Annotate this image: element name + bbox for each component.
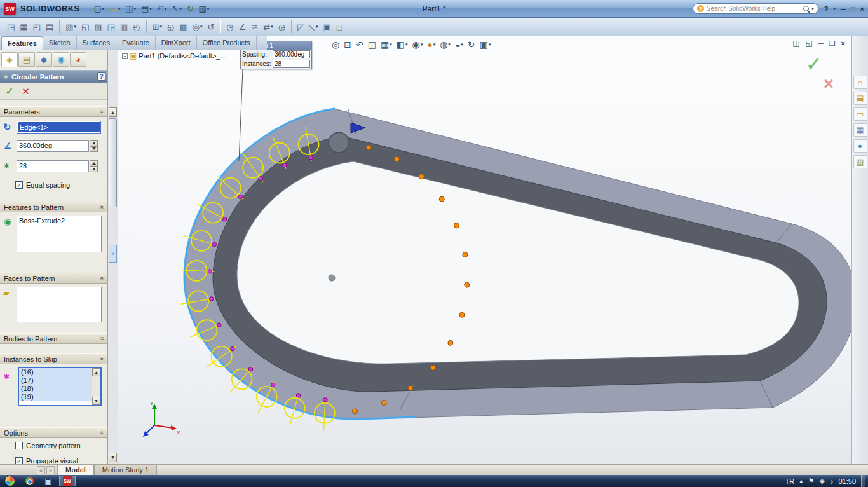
propertymanager-scrollbar[interactable]: ▲ « ▼ xyxy=(108,50,118,464)
tab-sketch[interactable]: Sketch xyxy=(43,36,77,50)
confirm-ok-button[interactable]: ✓ xyxy=(806,53,822,75)
scroll-up-icon[interactable]: ▲ xyxy=(109,107,117,117)
pattern-instance-point[interactable] xyxy=(419,174,424,179)
display-style-button[interactable]: ◧▾ xyxy=(395,39,409,50)
dropdown-caret-icon[interactable]: ▾ xyxy=(102,6,105,11)
angle-input[interactable]: 360.00deg xyxy=(17,140,89,152)
3d-viewport[interactable]: Y X xyxy=(118,36,851,464)
minimize-button[interactable]: ─ xyxy=(841,5,846,13)
feature-list-item[interactable]: Boss-Extrude2 xyxy=(17,216,101,225)
command-22-button[interactable]: ◺▾ xyxy=(307,20,320,34)
command-21-button[interactable]: ◸ xyxy=(295,20,306,34)
zoom-to-fit-button[interactable]: ◎ xyxy=(330,39,341,50)
instances-to-skip-section-header[interactable]: Instances to Skip « xyxy=(0,353,108,364)
help-button[interactable]: ? xyxy=(824,5,829,13)
direction-selection-field[interactable]: Edge<1> xyxy=(17,121,101,134)
new-document-button[interactable]: ▢▾ xyxy=(92,2,107,16)
pm-help-button[interactable]: ? xyxy=(97,72,105,81)
volume-icon[interactable]: ♪ xyxy=(830,477,834,485)
command-1-button[interactable]: ◳ xyxy=(5,20,17,34)
instances-input[interactable]: 28 xyxy=(17,160,89,172)
search-icon[interactable] xyxy=(803,6,809,11)
dropdown-caret-icon[interactable]: ▾ xyxy=(271,24,273,29)
command-9-button[interactable]: ▥ xyxy=(118,20,130,34)
dropdown-caret-icon[interactable]: ▾ xyxy=(405,42,408,47)
options-section-header[interactable]: Options « xyxy=(0,427,108,438)
pm-cancel-button[interactable]: ✕ xyxy=(22,86,30,97)
collapse-chevron-icon[interactable]: « xyxy=(99,357,106,361)
action-center-flag-icon[interactable]: ⚑ xyxy=(808,477,815,485)
pattern-instance-point[interactable] xyxy=(366,145,371,150)
pm-ok-button[interactable]: ✓ xyxy=(5,85,14,98)
view-settings-button[interactable]: ◒▾ xyxy=(454,39,465,50)
search-options-caret-icon[interactable]: ▾ xyxy=(811,6,814,11)
instances-spinner[interactable] xyxy=(90,160,98,172)
apply-scene-button[interactable]: ◍▾ xyxy=(438,39,452,50)
tab-office-products[interactable]: Office Products xyxy=(197,36,257,50)
scroll-down-icon[interactable]: ▼ xyxy=(109,453,117,462)
seed-feature[interactable] xyxy=(329,132,349,153)
document-minimize-button[interactable]: ─ xyxy=(818,39,824,47)
features-to-pattern-list[interactable]: Boss-Extrude2 xyxy=(17,216,102,252)
file-explorer-icon[interactable]: ▭ xyxy=(853,107,867,121)
previous-view-button[interactable]: ↶ xyxy=(355,39,365,50)
document-window-icon[interactable]: ◫ xyxy=(792,39,799,48)
print-button[interactable]: ▤▾ xyxy=(139,2,154,16)
tab-features[interactable]: Features xyxy=(1,36,43,50)
taskbar-app-button[interactable]: ▣ xyxy=(40,476,57,486)
faces-to-pattern-list[interactable] xyxy=(17,287,102,322)
propagate-visual-row[interactable]: ✓ Propagate visual xyxy=(15,457,78,464)
command-2-button[interactable]: ▦ xyxy=(18,20,29,34)
pattern-instance-point[interactable] xyxy=(454,223,459,228)
taskbar-chrome-button[interactable] xyxy=(21,476,37,486)
command-3-button[interactable]: ◰ xyxy=(31,20,43,34)
pattern-instance-point[interactable] xyxy=(463,252,468,257)
options-button[interactable]: ▧▾ xyxy=(197,2,212,16)
appearance-tab[interactable]: ◕ xyxy=(70,52,86,67)
document-window-icon[interactable]: ◱ xyxy=(806,39,813,48)
dropdown-caret-icon[interactable]: ▾ xyxy=(179,6,182,11)
dropdown-caret-icon[interactable]: ▾ xyxy=(390,42,392,47)
save-button[interactable]: ◫▾ xyxy=(123,2,138,16)
tree-root-label[interactable]: Part1 (Default<<Default>_... xyxy=(139,52,226,60)
command-16-button[interactable]: ◷ xyxy=(224,20,235,34)
panel-collapse-handle[interactable]: « xyxy=(109,245,117,263)
pattern-instance-point[interactable] xyxy=(430,365,435,370)
dropdown-caret-icon[interactable]: ▾ xyxy=(316,24,318,29)
collapse-chevron-icon[interactable]: « xyxy=(99,205,106,209)
command-11-button[interactable]: ⊞▾ xyxy=(151,20,164,34)
maximize-button[interactable]: □ xyxy=(851,5,855,13)
network-icon[interactable]: ◈ xyxy=(820,477,825,485)
pattern-axis-point[interactable] xyxy=(329,275,335,281)
start-button[interactable] xyxy=(4,476,15,486)
parameters-section-header[interactable]: Parameters « xyxy=(0,106,108,117)
dropdown-caret-icon[interactable]: ▾ xyxy=(149,6,152,11)
edit-appearance-button[interactable]: ●▾ xyxy=(426,39,437,50)
design-library-icon[interactable]: ▤ xyxy=(853,92,867,105)
rebuild-button[interactable]: ↻ xyxy=(185,2,196,16)
tab-dimxpert[interactable]: DimXpert xyxy=(156,36,197,50)
document-close-button[interactable]: × xyxy=(841,39,845,47)
faces-to-pattern-section-header[interactable]: Faces to Pattern « xyxy=(0,273,108,284)
document-restore-button[interactable]: ❏ xyxy=(829,39,836,48)
command-10-button[interactable]: ◴ xyxy=(131,20,142,34)
dropdown-caret-icon[interactable]: ▾ xyxy=(461,42,463,47)
skip-instance-item[interactable]: (19) xyxy=(19,393,92,401)
skip-instance-item[interactable]: (17) xyxy=(19,376,92,385)
tab-motion-study-1[interactable]: Motion Study 1 xyxy=(94,465,157,475)
command-7-button[interactable]: ▨ xyxy=(92,20,104,34)
help-caret-icon[interactable]: ▾ xyxy=(834,6,836,11)
feature-tree-root[interactable]: + ▣ Part1 (Default<<Default>_... xyxy=(122,51,226,60)
command-15-button[interactable]: ↺ xyxy=(205,20,216,34)
command-23-button[interactable]: ▣ xyxy=(322,20,333,34)
confirm-cancel-button[interactable]: × xyxy=(824,74,834,94)
collapse-chevron-icon[interactable]: « xyxy=(99,110,106,114)
callout-value[interactable]: 28 xyxy=(273,60,310,68)
tree-expand-icon[interactable]: + xyxy=(122,53,128,59)
pattern-instance-point[interactable] xyxy=(448,340,453,345)
tab-model[interactable]: Model xyxy=(57,465,94,475)
propertymanager-tab[interactable]: ◈ xyxy=(1,52,18,67)
command-17-button[interactable]: ∠ xyxy=(237,20,248,34)
expand-chevron-icon[interactable]: « xyxy=(99,337,106,341)
help-search-box[interactable]: ? Search SolidWorks Help ▾ xyxy=(693,3,818,14)
